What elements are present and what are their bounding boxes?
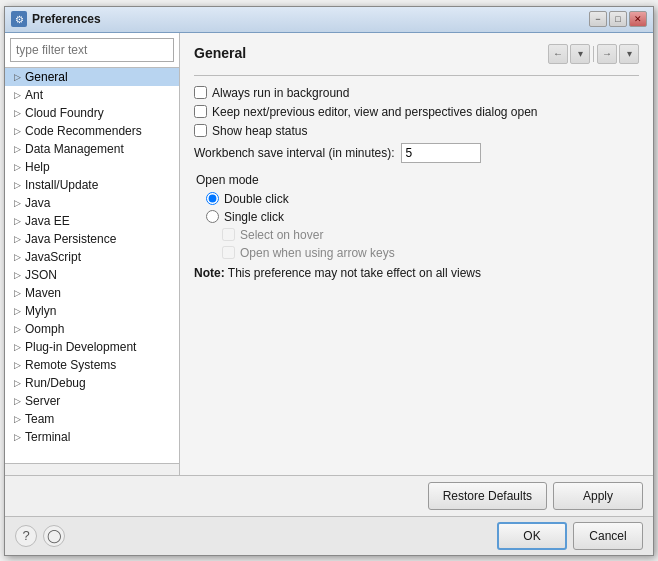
- tree-item-label: Terminal: [25, 430, 70, 444]
- settings-icon[interactable]: ◯: [43, 525, 65, 547]
- tree-arrow-icon: ▷: [11, 269, 23, 281]
- open-mode-label: Open mode: [196, 173, 639, 187]
- tree-item-maven[interactable]: ▷Maven: [5, 284, 179, 302]
- tree-item-install-update[interactable]: ▷Install/Update: [5, 176, 179, 194]
- tree-item-label: Java: [25, 196, 50, 210]
- tree-item-javascript[interactable]: ▷JavaScript: [5, 248, 179, 266]
- radio-double-click[interactable]: [206, 192, 219, 205]
- checkbox-keep-next-prev[interactable]: [194, 105, 207, 118]
- cancel-button[interactable]: Cancel: [573, 522, 643, 550]
- tree-area[interactable]: ▷General▷Ant▷Cloud Foundry▷Code Recommen…: [5, 68, 179, 463]
- maximize-button[interactable]: □: [609, 11, 627, 27]
- tree-item-java-persistence[interactable]: ▷Java Persistence: [5, 230, 179, 248]
- tree-arrow-icon: ▷: [11, 143, 23, 155]
- close-button[interactable]: ✕: [629, 11, 647, 27]
- help-icon[interactable]: ?: [15, 525, 37, 547]
- content-area: ▷General▷Ant▷Cloud Foundry▷Code Recommen…: [5, 33, 653, 475]
- nav-back-button[interactable]: ←: [548, 44, 568, 64]
- tree-item-team[interactable]: ▷Team: [5, 410, 179, 428]
- radio-single-click[interactable]: [206, 210, 219, 223]
- minimize-button[interactable]: −: [589, 11, 607, 27]
- tree-arrow-icon: ▷: [11, 215, 23, 227]
- tree-item-label: Java EE: [25, 214, 70, 228]
- checkbox-label-keep-next-prev: Keep next/previous editor, view and pers…: [212, 105, 538, 119]
- right-panel: General ← ▾ → ▾ Always run in background…: [180, 33, 653, 475]
- tree-item-label: Java Persistence: [25, 232, 116, 246]
- tree-arrow-icon: ▷: [11, 71, 23, 83]
- tree-item-label: Remote Systems: [25, 358, 116, 372]
- sub-checkbox-open-arrow: [222, 246, 235, 259]
- tree-item-code-recommenders[interactable]: ▷Code Recommenders: [5, 122, 179, 140]
- tree-item-label: Help: [25, 160, 50, 174]
- checkbox-show-heap[interactable]: [194, 124, 207, 137]
- nav-forward-button[interactable]: →: [597, 44, 617, 64]
- restore-apply-row: Restore Defaults Apply: [5, 475, 653, 516]
- tree-arrow-icon: ▷: [11, 377, 23, 389]
- radio-row-single-click: Single click: [206, 210, 639, 224]
- checkbox-row-keep-next-prev: Keep next/previous editor, view and pers…: [194, 105, 639, 119]
- tree-arrow-icon: ▷: [11, 197, 23, 209]
- checkboxes-area: Always run in backgroundKeep next/previo…: [194, 86, 639, 138]
- tree-item-general[interactable]: ▷General: [5, 68, 179, 86]
- title-bar-buttons: − □ ✕: [589, 11, 647, 27]
- filter-input[interactable]: [10, 38, 174, 62]
- tree-item-plugin-development[interactable]: ▷Plug-in Development: [5, 338, 179, 356]
- save-interval-input[interactable]: [401, 143, 481, 163]
- tree-arrow-icon: ▷: [11, 341, 23, 353]
- tree-item-run-debug[interactable]: ▷Run/Debug: [5, 374, 179, 392]
- tree-arrow-icon: ▷: [11, 233, 23, 245]
- radio-row-double-click: Double click: [206, 192, 639, 206]
- tree-item-server[interactable]: ▷Server: [5, 392, 179, 410]
- restore-defaults-button[interactable]: Restore Defaults: [428, 482, 547, 510]
- tree-item-label: Maven: [25, 286, 61, 300]
- sub-checkbox-select-hover: [222, 228, 235, 241]
- checkbox-label-show-heap: Show heap status: [212, 124, 307, 138]
- title-bar: ⚙ Preferences − □ ✕: [5, 7, 653, 33]
- tree-item-label: Code Recommenders: [25, 124, 142, 138]
- tree-arrow-icon: ▷: [11, 161, 23, 173]
- sub-options-area: Select on hoverOpen when using arrow key…: [194, 228, 639, 260]
- tree-arrow-icon: ▷: [11, 107, 23, 119]
- tree-item-label: General: [25, 70, 68, 84]
- tree-item-java-ee[interactable]: ▷Java EE: [5, 212, 179, 230]
- tree-item-remote-systems[interactable]: ▷Remote Systems: [5, 356, 179, 374]
- tree-item-label: Mylyn: [25, 304, 56, 318]
- tree-item-java[interactable]: ▷Java: [5, 194, 179, 212]
- tree-arrow-icon: ▷: [11, 323, 23, 335]
- ok-button[interactable]: OK: [497, 522, 567, 550]
- note-text: Note: This preference may not take effec…: [194, 266, 639, 280]
- radio-area: Double clickSingle click: [194, 192, 639, 224]
- tree-item-data-management[interactable]: ▷Data Management: [5, 140, 179, 158]
- checkbox-always-run-bg[interactable]: [194, 86, 207, 99]
- nav-dropdown-button[interactable]: ▾: [570, 44, 590, 64]
- apply-button[interactable]: Apply: [553, 482, 643, 510]
- sub-option-row-open-arrow: Open when using arrow keys: [222, 246, 639, 260]
- tree-item-terminal[interactable]: ▷Terminal: [5, 428, 179, 446]
- filter-wrap: [5, 33, 179, 68]
- tree-item-ant[interactable]: ▷Ant: [5, 86, 179, 104]
- sub-option-row-select-hover: Select on hover: [222, 228, 639, 242]
- tree-item-help[interactable]: ▷Help: [5, 158, 179, 176]
- sub-label-select-hover: Select on hover: [240, 228, 323, 242]
- note-content: This preference may not take effect on a…: [228, 266, 481, 280]
- tree-arrow-icon: ▷: [11, 251, 23, 263]
- nav-forward-dropdown-button[interactable]: ▾: [619, 44, 639, 64]
- tree-item-cloud-foundry[interactable]: ▷Cloud Foundry: [5, 104, 179, 122]
- radio-label-double-click: Double click: [224, 192, 289, 206]
- tree-item-json[interactable]: ▷JSON: [5, 266, 179, 284]
- save-interval-row: Workbench save interval (in minutes):: [194, 143, 639, 163]
- horizontal-scrollbar[interactable]: [5, 463, 179, 475]
- tree-arrow-icon: ▷: [11, 359, 23, 371]
- left-panel: ▷General▷Ant▷Cloud Foundry▷Code Recommen…: [5, 33, 180, 475]
- radio-label-single-click: Single click: [224, 210, 284, 224]
- checkbox-label-always-run-bg: Always run in background: [212, 86, 349, 100]
- tree-item-label: Ant: [25, 88, 43, 102]
- tree-arrow-icon: ▷: [11, 413, 23, 425]
- tree-arrow-icon: ▷: [11, 287, 23, 299]
- sub-label-open-arrow: Open when using arrow keys: [240, 246, 395, 260]
- tree-item-mylyn[interactable]: ▷Mylyn: [5, 302, 179, 320]
- tree-item-oomph[interactable]: ▷Oomph: [5, 320, 179, 338]
- tree-item-label: Plug-in Development: [25, 340, 136, 354]
- tree-arrow-icon: ▷: [11, 431, 23, 443]
- tree-arrow-icon: ▷: [11, 179, 23, 191]
